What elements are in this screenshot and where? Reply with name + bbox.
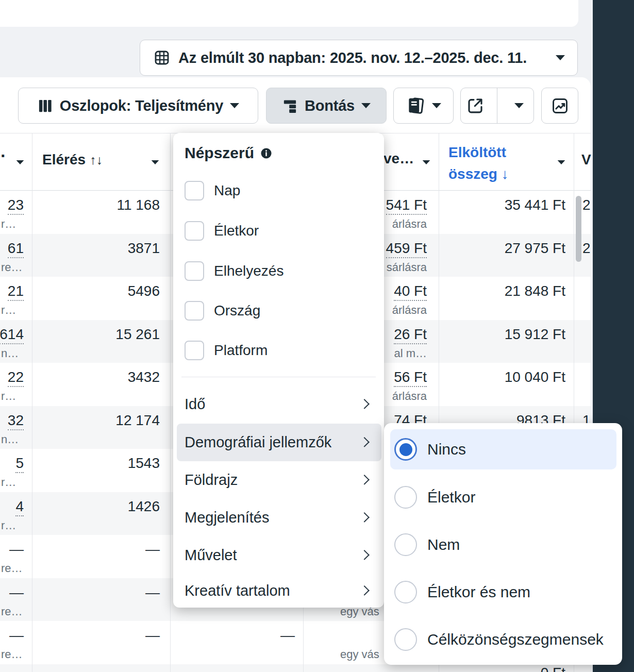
- radio-icon[interactable]: [394, 533, 417, 556]
- chevron-down-icon: [230, 103, 239, 108]
- column-header-spent-line2[interactable]: összeg ↓: [448, 166, 509, 182]
- submenu-option[interactable]: Célközönségszegmensek: [390, 619, 616, 660]
- cell-campaign-metric[interactable]: 23: [8, 197, 24, 215]
- cell-cost-per-result[interactable]: 459 Ft: [386, 241, 427, 258]
- radio-dot: [399, 443, 412, 456]
- column-header-truncated[interactable]: ·: [1, 148, 6, 163]
- checkbox-icon[interactable]: [185, 221, 204, 241]
- cell-campaign-metric[interactable]: 21: [8, 283, 24, 301]
- cell-campaign-metric[interactable]: 614: [0, 327, 24, 344]
- breakdown-menu: Népszerű NapÉletkorElhelyezésOrszágPlatf…: [173, 133, 384, 608]
- column-header-spent-line1[interactable]: Elköltött: [448, 145, 506, 160]
- date-range-label: Az elmúlt 30 napban: 2025. nov. 12.–2025…: [178, 49, 527, 66]
- submenu-option[interactable]: Életkor: [390, 477, 616, 517]
- column-separator: [170, 133, 171, 672]
- button-divider: [497, 88, 498, 123]
- radio-icon[interactable]: [394, 486, 417, 509]
- cell-result-type: árlásra: [392, 304, 427, 316]
- chevron-down-icon: [361, 103, 371, 108]
- cell-campaign-metric: —: [9, 585, 24, 600]
- cell-reach: —: [145, 628, 160, 643]
- vertical-scrollbar-thumb[interactable]: [576, 196, 581, 262]
- column-header-cost-per-result[interactable]: ve…: [383, 151, 414, 166]
- submenu-option-label: Életkor és nem: [427, 583, 530, 601]
- menu-checkbox-label: Ország: [214, 303, 260, 319]
- cell-campaign-name-fragment: re…: [1, 261, 23, 274]
- info-icon[interactable]: [260, 147, 272, 159]
- menu-checkbox-item[interactable]: Nap: [185, 180, 373, 201]
- cell-campaign-metric[interactable]: 5: [15, 456, 24, 473]
- cell-campaign-metric[interactable]: 4: [15, 499, 24, 516]
- cell-campaign-metric[interactable]: 32: [8, 413, 24, 430]
- columns-button[interactable]: Oszlopok: Teljesítmény: [18, 88, 258, 124]
- cell-reach: 12 174: [115, 413, 160, 428]
- top-bar: [0, 0, 578, 27]
- cell-cost-per-result[interactable]: 40 Ft: [394, 283, 427, 301]
- cell-reach: 5496: [128, 283, 160, 299]
- menu-checkbox-item[interactable]: Platform: [185, 340, 373, 361]
- menu-item-2[interactable]: Földrajz: [177, 461, 381, 499]
- breakdown-button[interactable]: Bontás: [266, 88, 387, 124]
- menu-item-4[interactable]: Művelet: [177, 536, 381, 574]
- checkbox-icon[interactable]: [185, 341, 204, 360]
- checkbox-icon[interactable]: [185, 261, 204, 281]
- column-filter-caret[interactable]: [423, 160, 430, 164]
- menu-item-label: Demográfiai jellemzők: [185, 434, 331, 451]
- menu-checkbox-item[interactable]: Elhelyezés: [185, 261, 373, 281]
- chevron-right-icon: [359, 549, 370, 560]
- column-filter-caret[interactable]: [152, 160, 159, 164]
- radio-icon[interactable]: [394, 628, 417, 651]
- cell-cost-per-result[interactable]: 56 Ft: [394, 369, 427, 387]
- cell-result-type: árlásra: [392, 218, 427, 230]
- checkbox-icon[interactable]: [185, 181, 204, 200]
- date-range-button[interactable]: Az elmúlt 30 napban: 2025. nov. 12.–2025…: [140, 40, 578, 76]
- submenu-option-label: Nincs: [427, 441, 466, 458]
- menu-section-title: Népszerű: [185, 144, 272, 162]
- menu-checkbox-item[interactable]: Életkor: [185, 221, 373, 241]
- cell-reach: 1426: [128, 499, 160, 514]
- radio-icon[interactable]: [394, 581, 417, 603]
- charts-button[interactable]: [541, 88, 578, 124]
- menu-item-label: Idő: [185, 396, 205, 413]
- chevron-down-icon: [556, 55, 565, 60]
- cell-reach: 3871: [128, 241, 160, 256]
- breakdown-icon: [282, 98, 298, 114]
- column-filter-caret[interactable]: [16, 160, 24, 164]
- cell-reach: 1543: [128, 456, 160, 471]
- cell-campaign-name-fragment: re…: [1, 648, 23, 661]
- cell-campaign-metric: —: [9, 628, 24, 643]
- sort-both-icon: ↑↓: [90, 153, 103, 167]
- column-header-eleres[interactable]: Elérés↑↓: [42, 152, 103, 167]
- cell-campaign-name-fragment: n…: [1, 433, 19, 446]
- cell-amount-spent: 35 441 Ft: [505, 197, 565, 213]
- submenu-option[interactable]: Nincs: [390, 429, 616, 469]
- columns-icon: [37, 98, 53, 114]
- export-options-button[interactable]: [504, 88, 533, 123]
- cell-campaign-metric[interactable]: 61: [8, 241, 24, 258]
- menu-item-1[interactable]: Demográfiai jellemzők: [177, 424, 381, 461]
- cell-hidden-column: —: [280, 628, 295, 643]
- menu-item-label: Kreatív tartalom: [185, 582, 290, 599]
- cell-cost-per-result[interactable]: 26 Ft: [394, 327, 427, 344]
- cell-reach: —: [145, 542, 160, 557]
- column-filter-caret[interactable]: [558, 160, 565, 164]
- radio-selected-icon[interactable]: [394, 438, 417, 461]
- chevron-right-icon: [359, 585, 370, 595]
- menu-item-5[interactable]: Kreatív tartalom: [177, 572, 381, 610]
- column-header-partial[interactable]: V: [581, 152, 591, 167]
- menu-checkbox-item[interactable]: Ország: [185, 300, 373, 321]
- export-button[interactable]: [461, 88, 490, 123]
- cell-campaign-name-fragment: r…: [1, 519, 16, 532]
- cell-campaign-metric[interactable]: 22: [8, 369, 24, 387]
- submenu-option[interactable]: Nem: [390, 525, 616, 565]
- menu-item-3[interactable]: Megjelenítés: [177, 499, 381, 536]
- export-split-button[interactable]: [460, 88, 534, 124]
- cell-amount-spent: 21 848 Ft: [505, 283, 565, 299]
- reports-button[interactable]: [393, 88, 454, 124]
- cell-cost-per-result[interactable]: 541 Ft: [386, 197, 427, 215]
- cell-campaign-name-fragment: re…: [1, 562, 23, 575]
- checkbox-icon[interactable]: [185, 301, 204, 321]
- menu-item-0[interactable]: Idő: [177, 385, 381, 423]
- cell-amount-spent: 15 912 Ft: [505, 327, 565, 342]
- submenu-option[interactable]: Életkor és nem: [390, 572, 616, 612]
